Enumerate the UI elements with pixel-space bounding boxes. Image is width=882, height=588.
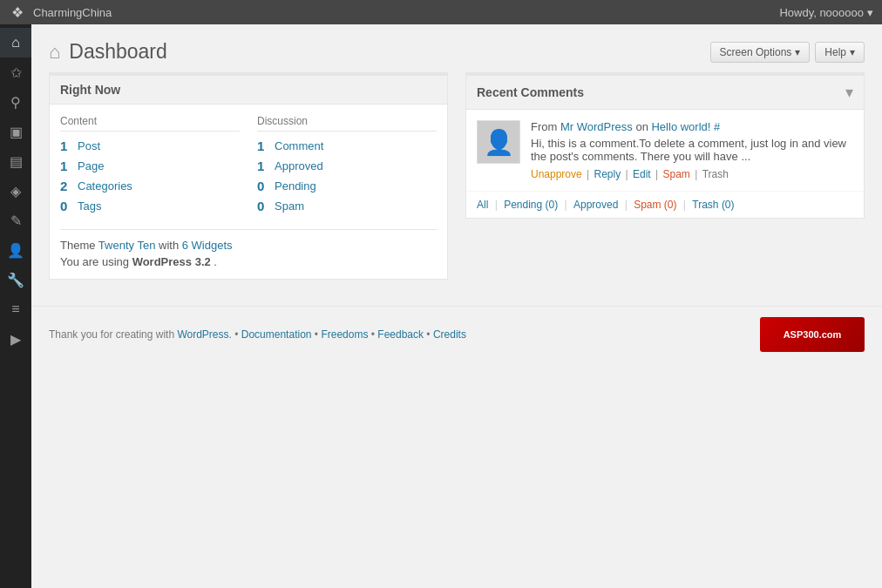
post-count: 1 [60, 139, 72, 153]
wp-version: WordPress 3.2 [132, 255, 211, 268]
dashboard-house-icon: ⌂ [49, 41, 60, 64]
trash-link[interactable]: Trash [702, 168, 729, 180]
using-text: You are using [60, 255, 132, 268]
wp-footer: Thank you for creating with WordPress. •… [31, 306, 882, 362]
sidebar-item-users[interactable]: 👤 [0, 235, 31, 265]
on-text: on [635, 120, 651, 133]
page-link[interactable]: Page [78, 159, 104, 172]
pending-link[interactable]: Pending [275, 179, 316, 193]
footer-approved-link[interactable]: Approved [573, 199, 618, 211]
comments-link[interactable]: Comment [275, 139, 323, 152]
footer-sep4: | [683, 199, 689, 211]
user-greeting: Howdy, noooooo [779, 6, 864, 19]
comment-actions: Unapprove | Reply | Edit | Spam | Trash [531, 168, 853, 180]
user-dropdown-arrow[interactable]: ▾ [867, 6, 873, 19]
sep2: | [626, 168, 631, 180]
sidebar-item-tools[interactable]: 🔧 [0, 265, 31, 294]
rightnow-row-categories: 2 Categories [60, 179, 240, 193]
rightnow-footer: Theme Twenty Ten with 6 Widgets You are … [60, 229, 437, 268]
adminbar-right: Howdy, noooooo ▾ [779, 6, 873, 19]
wp-wrap: ⌂ ✩ ⚲ ▣ ▤ ◈ ✎ 👤 🔧 ≡ ▶ ⌂ Dashboard Screen… [0, 24, 882, 588]
avatar-icon: 👤 [484, 128, 514, 157]
wp-content: ⌂ Dashboard Screen Options ▾ Help ▾ [31, 24, 882, 588]
tags-link[interactable]: Tags [78, 199, 101, 213]
wordpress-footer-link[interactable]: WordPress. [177, 328, 231, 341]
spam-count: 0 [257, 199, 269, 213]
wp-version-info: You are using WordPress 3.2 . [60, 255, 437, 268]
sep4: | [695, 168, 700, 180]
page-title: Dashboard [69, 40, 167, 64]
theme-with: with [159, 239, 182, 252]
from-text: From [531, 120, 560, 133]
rightnow-row-approved: 1 Approved [257, 159, 437, 173]
unapprove-link[interactable]: Unapprove [531, 168, 582, 180]
help-button[interactable]: Help ▾ [815, 42, 865, 63]
comment-body: From Mr WordPress on Hello world! # Hi, … [531, 120, 853, 180]
collapse-icon[interactable]: ▾ [845, 83, 853, 102]
sidebar-item-settings[interactable]: ≡ [0, 294, 31, 324]
page-count: 1 [60, 159, 72, 173]
sidebar-item-extra[interactable]: ▶ [0, 324, 31, 354]
sidebar-item-comments[interactable]: ▤ [0, 146, 31, 176]
wordpress-icon[interactable]: ❖ [9, 3, 26, 21]
help-arrow: ▾ [850, 46, 855, 58]
footer-bullet4: • [426, 328, 433, 341]
sidebar-item-plugins[interactable]: ✎ [0, 206, 31, 235]
content-column: Content 1 Post 1 Page 2 [60, 115, 240, 219]
theme-label: Theme [60, 239, 98, 252]
theme-name-link[interactable]: Twenty Ten [98, 239, 156, 252]
reply-link[interactable]: Reply [594, 168, 621, 180]
screen-options-arrow: ▾ [795, 46, 800, 58]
admin-bar: ❖ CharmingChina Howdy, noooooo ▾ [0, 0, 882, 24]
footer-text: Thank you for creating with WordPress. •… [49, 328, 466, 341]
credits-link[interactable]: Credits [433, 328, 466, 341]
sidebar-item-links[interactable]: ⚲ [0, 87, 31, 117]
rightnow-columns: Content 1 Post 1 Page 2 [60, 115, 437, 219]
freedoms-link[interactable]: Freedoms [321, 328, 368, 341]
sidebar-item-appearance[interactable]: ◈ [0, 176, 31, 206]
edit-link[interactable]: Edit [633, 168, 651, 180]
rightnow-row-comments: 1 Comment [257, 139, 437, 153]
tags-count: 0 [60, 199, 72, 213]
admin-menu: ⌂ ✩ ⚲ ▣ ▤ ◈ ✎ 👤 🔧 ≡ ▶ [0, 24, 31, 588]
commenter-link[interactable]: Mr WordPress [560, 120, 633, 133]
right-now-panel: Right Now Content 1 Post [49, 72, 448, 280]
footer-pending-link[interactable]: Pending (0) [504, 199, 558, 211]
period: . [214, 255, 217, 268]
footer-spam-link[interactable]: Spam (0) [634, 199, 676, 211]
thank-you-text: Thank you for creating with [49, 328, 177, 341]
rightnow-row-tags: 0 Tags [60, 199, 240, 213]
pending-count: 0 [257, 179, 269, 193]
rightnow-row-pending: 0 Pending [257, 179, 437, 193]
categories-link[interactable]: Categories [78, 179, 132, 193]
right-now-panel-header: Right Now [50, 76, 447, 105]
rightnow-row-pages: 1 Page [60, 159, 240, 173]
recent-comments-header: Recent Comments ▾ [466, 76, 864, 110]
spam-action-link[interactable]: Spam [662, 168, 689, 180]
sidebar-item-pages[interactable]: ▣ [0, 117, 31, 146]
comment-text: Hi, this is a comment.To delete a commen… [531, 137, 853, 163]
dashboard-grid: Right Now Content 1 Post [49, 72, 865, 280]
sidebar-item-dashboard[interactable]: ⌂ [0, 28, 31, 57]
approved-count: 1 [257, 159, 269, 173]
comment-meta: From Mr WordPress on Hello world! # [531, 120, 853, 133]
content-col-header: Content [60, 115, 240, 132]
sidebar-item-posts[interactable]: ✩ [0, 57, 31, 87]
comment-post-link[interactable]: Hello world! # [651, 120, 720, 133]
feedback-link[interactable]: Feedback [377, 328, 424, 341]
footer-sep2: | [565, 199, 570, 211]
wpbody-content: ⌂ Dashboard Screen Options ▾ Help ▾ [31, 24, 882, 288]
footer-all-link[interactable]: All [477, 199, 488, 211]
post-link[interactable]: Post [78, 139, 100, 152]
footer-bullet1: • [234, 328, 241, 341]
widgets-link[interactable]: 6 Widgets [182, 239, 233, 252]
spam-link[interactable]: Spam [275, 199, 304, 213]
documentation-link[interactable]: Documentation [241, 328, 312, 341]
comment-footer: All | Pending (0) | Approved | Spam (0) … [466, 192, 864, 218]
screen-options-button[interactable]: Screen Options ▾ [710, 42, 811, 63]
footer-trash-link[interactable]: Trash (0) [692, 199, 734, 211]
discussion-column: Discussion 1 Comment 1 Approved [257, 115, 437, 219]
site-name[interactable]: CharmingChina [33, 6, 112, 19]
categories-count: 2 [60, 179, 72, 193]
approved-link[interactable]: Approved [275, 159, 323, 172]
